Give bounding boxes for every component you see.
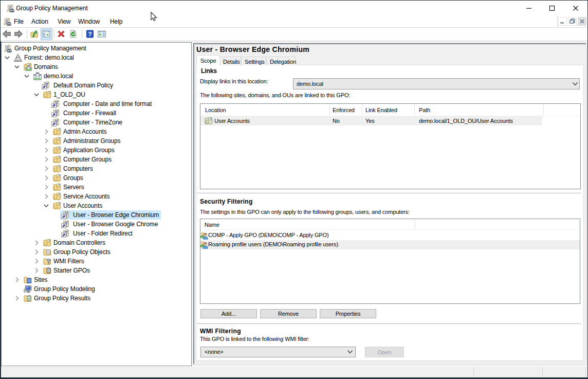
svg-text:?: ?: [88, 31, 91, 37]
